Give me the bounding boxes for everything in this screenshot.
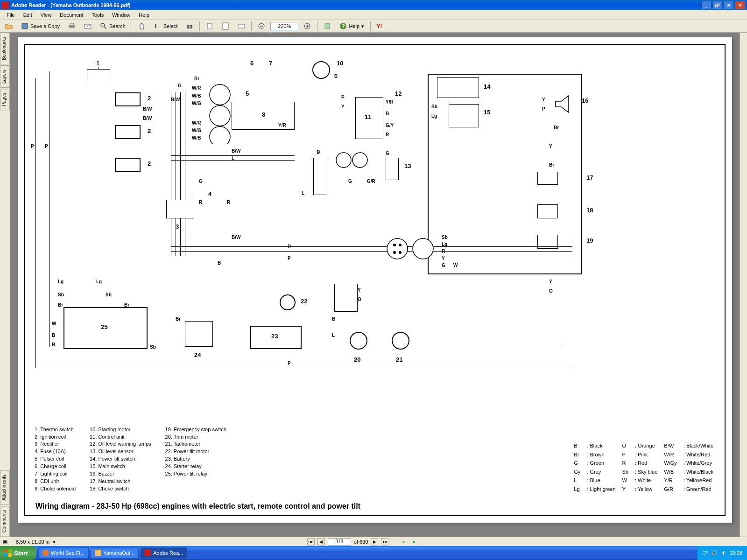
zoom-in-button[interactable] [300, 21, 314, 31]
wiring-diagram: P P P 1 2 2 2 B/W B/W [31, 50, 719, 422]
actual-size-button[interactable] [203, 21, 217, 31]
tilt-motor-icon [278, 293, 297, 312]
callout-11: 11 [365, 113, 371, 120]
tool-icon: ▣ [3, 539, 7, 545]
clock[interactable]: 00:38 [729, 550, 742, 556]
menu-document[interactable]: Document [56, 11, 87, 19]
callout-3: 3 [176, 223, 179, 230]
zoom-input[interactable] [270, 22, 298, 30]
page-total: of 630 [354, 539, 368, 545]
minimize-button[interactable]: _ [701, 1, 712, 9]
fit-width-button[interactable] [234, 21, 248, 31]
svg-rect-1 [69, 25, 75, 28]
menu-window[interactable]: Window [108, 11, 134, 19]
callout-16: 16 [582, 97, 588, 104]
menu-help[interactable]: Help [135, 11, 153, 19]
last-page-button[interactable]: ⏭ [381, 538, 388, 546]
callout-2b: 2 [148, 127, 151, 134]
svg-point-28 [280, 295, 295, 310]
yahoo-button[interactable]: Y! [374, 21, 385, 31]
svg-point-17 [210, 105, 230, 126]
wire-label: G [442, 263, 445, 268]
wire-label: R [52, 342, 55, 347]
wire-label: W/B [192, 93, 201, 98]
callout-13: 13 [404, 162, 411, 169]
tray-icon[interactable]: 🔊 [711, 550, 718, 556]
menu-tools[interactable]: Tools [88, 11, 108, 19]
wire-label: W/R [192, 120, 201, 126]
tab-pages[interactable]: Pages [0, 89, 10, 110]
tray-icon[interactable]: ⬆ [721, 550, 726, 556]
system-tray[interactable]: 🛡 🔊 ⬆ 00:38 [698, 546, 747, 560]
callout-9: 9 [317, 148, 320, 155]
wire-label: B [386, 111, 389, 116]
svg-point-20 [336, 153, 351, 168]
zoom-out-button[interactable] [254, 21, 268, 31]
windows-logo-icon [4, 549, 12, 557]
fit-page-button[interactable] [218, 21, 233, 31]
window-title: Adobe Reader - [Yamaha Outboards 1984-96… [11, 2, 701, 8]
wire-label: Sb [431, 104, 437, 109]
print-button[interactable] [65, 21, 79, 31]
svg-rect-13 [325, 23, 330, 29]
taskbar-item[interactable]: YamahaOut... [91, 547, 139, 559]
close-button[interactable]: ✕ [735, 1, 745, 9]
wire-label: P [288, 256, 291, 261]
wire-label: B [218, 260, 221, 266]
wire-label: Sb [150, 344, 156, 350]
wire-label: Y/R [386, 99, 394, 105]
hand-tool[interactable] [135, 21, 149, 31]
taskbar-item[interactable]: World Sea Fi... [38, 547, 89, 559]
wire-label: B/W [143, 106, 152, 112]
app-icon [2, 1, 9, 9]
menu-edit[interactable]: Edit [20, 11, 36, 19]
next-page-button[interactable]: ▶ [371, 538, 378, 546]
wire-label: W/R [192, 85, 201, 91]
connector-icon [386, 235, 437, 263]
forward-button[interactable]: ● [410, 538, 417, 546]
scrollbar-vertical[interactable] [740, 33, 747, 537]
side-tabs-left: Bookmarks Layers Pages Attachments Comme… [0, 33, 10, 537]
svg-point-30 [392, 332, 409, 349]
snapshot-tool[interactable] [183, 21, 197, 31]
wire-label: P [288, 361, 291, 366]
start-button[interactable]: Start [0, 546, 36, 560]
tab-bookmarks[interactable]: Bookmarks [0, 33, 10, 64]
callout-18: 18 [586, 207, 593, 214]
tab-comments[interactable]: Comments [0, 506, 10, 537]
wire-label: Sb [106, 292, 112, 297]
wire-label: G/Y [386, 123, 394, 128]
first-page-button[interactable]: ⏮ [307, 538, 315, 546]
tab-layers[interactable]: Layers [0, 65, 10, 88]
svg-point-22 [387, 238, 408, 259]
help-button[interactable]: ?Help▾ [336, 21, 367, 31]
email-button[interactable] [81, 21, 95, 31]
callout-5: 5 [246, 90, 249, 97]
svg-point-29 [350, 332, 367, 349]
select-tool[interactable]: ISelect [151, 21, 181, 31]
prev-page-button[interactable]: ◀ [317, 538, 325, 546]
restore-button[interactable]: 🗗 [712, 1, 723, 9]
reading-button[interactable] [320, 21, 334, 31]
menu-view[interactable]: View [37, 11, 56, 19]
save-copy-button[interactable]: Save a Copy [18, 21, 63, 31]
back-button[interactable]: ● [400, 538, 407, 546]
page-number-input[interactable] [328, 538, 351, 546]
document-viewer[interactable]: P P P 1 2 2 2 B/W B/W [10, 33, 740, 537]
open-button[interactable] [2, 21, 16, 31]
callout-4: 4 [208, 190, 211, 197]
search-button[interactable]: Search [97, 21, 129, 31]
wire-label: B [332, 316, 335, 322]
callout-2: 2 [148, 95, 151, 102]
menu-file[interactable]: File [3, 11, 19, 19]
doc-close-button[interactable]: ✕ [724, 1, 734, 9]
callout-20: 20 [354, 356, 360, 363]
tray-icon[interactable]: 🛡 [702, 550, 707, 556]
svg-point-23 [413, 238, 433, 259]
taskbar-item-active[interactable]: Adobe Rea... [141, 547, 187, 559]
wire-label: Y [549, 279, 552, 284]
callout-8: 8 [262, 111, 265, 118]
tab-attachments[interactable]: Attachments [0, 470, 10, 505]
wire-label: L [232, 155, 234, 161]
wire-label: Lg [431, 113, 437, 119]
